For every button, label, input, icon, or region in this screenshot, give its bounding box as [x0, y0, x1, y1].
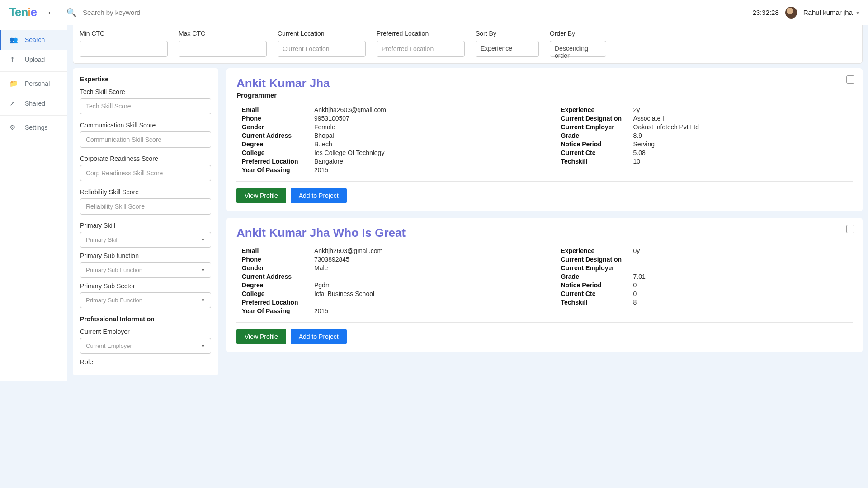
current-location-label: Current Location [278, 30, 366, 37]
info-label: Phone [242, 256, 314, 263]
search-area: 🔍 [66, 8, 752, 18]
card-actions: View ProfileAdd to Project [236, 188, 853, 203]
current-employer-select[interactable]: Current Employer ▼ [80, 338, 211, 354]
folder-icon: 📁 [9, 80, 19, 88]
info-label: Techskill [561, 299, 633, 306]
corporate-readiness-input[interactable] [80, 165, 211, 181]
corporate-readiness-label: Corporate Readiness Score [80, 155, 211, 162]
info-row: Current Ctc0 [561, 290, 853, 297]
primary-skill-select[interactable]: Primary Skill ▼ [80, 232, 211, 248]
sort-by-select[interactable]: Experience [476, 41, 539, 57]
info-label: Year Of Passing [242, 307, 314, 314]
primary-subfunction-select[interactable]: Primary Sub Function ▼ [80, 262, 211, 278]
share-icon: ↗ [9, 99, 19, 108]
chevron-down-icon: ▼ [201, 343, 205, 348]
info-value: Female [314, 123, 335, 131]
main-content: Min CTC Max CTC Current Location Preferr… [67, 25, 868, 381]
chevron-down-icon: ▼ [201, 267, 205, 272]
tech-skill-input[interactable] [80, 98, 211, 114]
info-row: Phone7303892845 [242, 256, 534, 263]
sidebar-item-shared[interactable]: ↗ Shared [0, 94, 67, 113]
info-label: Gender [242, 264, 314, 272]
info-label: Notice Period [561, 141, 633, 148]
preferred-location-label: Preferred Location [377, 30, 465, 37]
info-label: Current Employer [561, 264, 633, 272]
candidate-name[interactable]: Ankit Kumar Jha [236, 76, 853, 90]
info-value: 7303892845 [314, 256, 349, 263]
info-label: Email [242, 106, 314, 113]
info-row: Phone9953100507 [242, 115, 534, 122]
primary-subsector-select[interactable]: Primary Sub Function ▼ [80, 292, 211, 308]
sidebar-item-label: Upload [25, 56, 45, 63]
info-label: Preferred Location [242, 158, 314, 165]
max-ctc-input[interactable] [179, 41, 267, 57]
info-value: Bangalore [314, 158, 343, 165]
sidebar-item-upload[interactable]: ⤒ Upload [0, 50, 67, 70]
top-header: Tenie ← 🔍 23:32:28 Rahul kumar jha ▾ [0, 0, 868, 25]
info-row: EmailAnkitjha2603@gmail.com [242, 106, 534, 113]
info-row: Techskill10 [561, 158, 853, 165]
add-to-project-button[interactable]: Add to Project [291, 188, 347, 203]
info-row: Current DesignationAssociate I [561, 115, 853, 122]
info-row: GenderFemale [242, 123, 534, 131]
info-value: Bhopal [314, 132, 334, 139]
primary-subsector-label: Primary Sub Sector [80, 282, 211, 290]
info-value: 2015 [314, 166, 328, 174]
header-right: 23:32:28 Rahul kumar jha ▾ [752, 7, 859, 19]
sidebar-item-settings[interactable]: ⚙ Settings [0, 117, 67, 137]
sidebar: 👥 Search ⤒ Upload 📁 Personal ↗ Shared ⚙ … [0, 25, 67, 381]
candidate-name[interactable]: Ankit Kumar Jha Who Is Great [236, 226, 853, 240]
chevron-down-icon: ▼ [201, 298, 205, 303]
info-row: Grade7.01 [561, 273, 853, 280]
sidebar-item-label: Settings [25, 124, 48, 131]
order-by-label: Order By [550, 30, 606, 37]
info-row: Current Ctc5.08 [561, 149, 853, 156]
sidebar-item-search[interactable]: 👥 Search [0, 30, 67, 50]
sidebar-item-label: Search [25, 36, 45, 43]
add-to-project-button[interactable]: Add to Project [291, 329, 347, 344]
info-label: Notice Period [561, 282, 633, 289]
info-label: Experience [561, 106, 633, 113]
order-by-select[interactable]: Descending order [550, 41, 606, 57]
avatar[interactable] [785, 7, 797, 19]
primary-subsector-placeholder: Primary Sub Function [86, 297, 142, 304]
info-label: Degree [242, 141, 314, 148]
info-label: Current Designation [561, 256, 633, 263]
communication-skill-input[interactable] [80, 131, 211, 148]
info-value: 10 [633, 158, 641, 165]
info-value: Oaknst Infotech Pvt Ltd [633, 123, 699, 131]
preferred-location-input[interactable] [377, 41, 465, 57]
chevron-down-icon[interactable]: ▾ [856, 9, 859, 16]
sort-by-label: Sort By [476, 30, 539, 37]
sidebar-item-personal[interactable]: 📁 Personal [0, 74, 67, 94]
info-label: Current Ctc [561, 149, 633, 156]
info-label: Degree [242, 282, 314, 289]
info-row: Preferred Location [242, 299, 534, 306]
info-row: Year Of Passing2015 [242, 166, 534, 174]
view-profile-button[interactable]: View Profile [236, 329, 286, 344]
info-row: GenderMale [242, 264, 534, 272]
clock-text: 23:32:28 [752, 9, 778, 16]
select-candidate-checkbox[interactable] [846, 225, 854, 233]
view-profile-button[interactable]: View Profile [236, 188, 286, 203]
candidate-role: Programmer [236, 91, 853, 99]
info-row: Experience2y [561, 106, 853, 113]
select-candidate-checkbox[interactable] [846, 75, 854, 84]
filter-bar: Min CTC Max CTC Current Location Preferr… [73, 25, 863, 64]
min-ctc-input[interactable] [80, 41, 168, 57]
info-row: EmailAnkitjh2603@gmail.com [242, 247, 534, 254]
info-row: Current EmployerOaknst Infotech Pvt Ltd [561, 123, 853, 131]
info-row: Current Designation [561, 256, 853, 263]
current-location-input[interactable] [278, 41, 366, 57]
info-label: Grade [561, 273, 633, 280]
info-label: Grade [561, 132, 633, 139]
reliability-skill-input[interactable] [80, 198, 211, 215]
back-arrow-icon[interactable]: ← [47, 7, 57, 19]
info-value: 8 [633, 299, 637, 306]
username-label[interactable]: Rahul kumar jha [803, 9, 853, 16]
info-value: 2y [633, 106, 640, 113]
info-value: Associate I [633, 115, 664, 122]
search-input[interactable] [83, 9, 218, 16]
info-label: College [242, 290, 314, 297]
info-row: Current Address [242, 273, 534, 280]
